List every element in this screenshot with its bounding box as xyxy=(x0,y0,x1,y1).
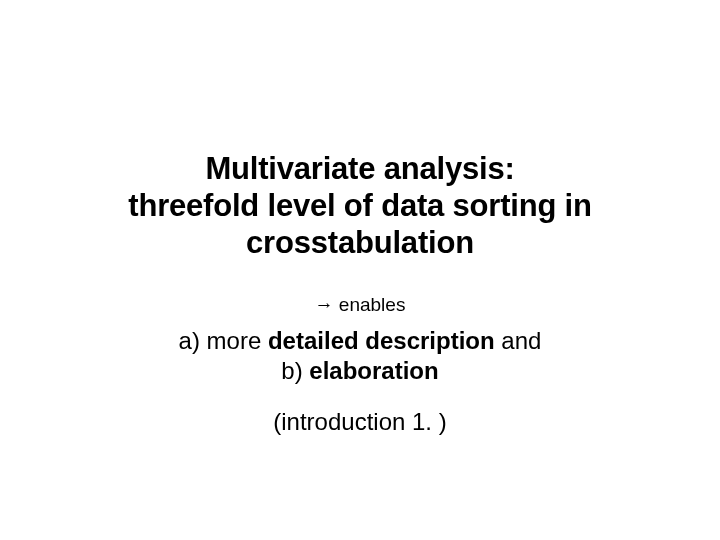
slide-title: Multivariate analysis: threefold level o… xyxy=(128,150,591,262)
intro-line: (introduction 1. ) xyxy=(273,408,446,436)
title-line-3: crosstabulation xyxy=(246,225,474,260)
point-a-bold: detailed description xyxy=(268,327,495,354)
point-a-suffix: and xyxy=(495,327,542,354)
point-b-prefix: b) xyxy=(281,357,309,384)
title-line-2: threefold level of data sorting in xyxy=(128,188,591,223)
points-block: a) more detailed description and b) elab… xyxy=(179,326,542,386)
enables-line: → enables xyxy=(315,294,406,316)
point-b-bold: elaboration xyxy=(309,357,438,384)
title-line-1: Multivariate analysis: xyxy=(205,151,514,186)
point-a-prefix: a) more xyxy=(179,327,268,354)
slide: Multivariate analysis: threefold level o… xyxy=(0,0,720,540)
